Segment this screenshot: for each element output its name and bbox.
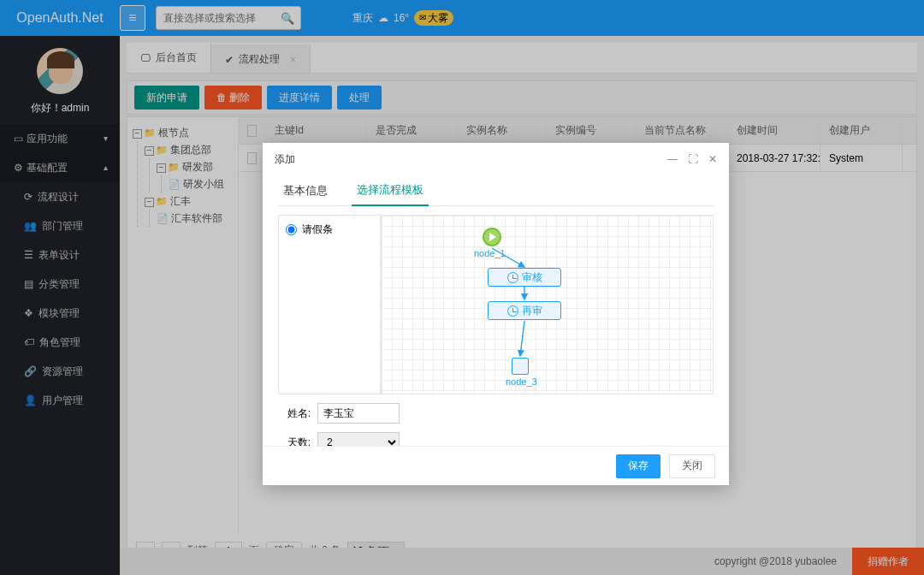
days-select[interactable]: 2 xyxy=(317,432,400,446)
template-option[interactable]: 请假条 xyxy=(286,223,333,235)
modal-tabs: 基本信息 选择流程模板 xyxy=(278,175,714,206)
maximize-icon[interactable]: ⛶ xyxy=(688,153,698,165)
flow-node-end[interactable] xyxy=(512,358,529,375)
minimize-icon[interactable]: — xyxy=(667,153,678,165)
form-row-days: 天数: 2 xyxy=(278,432,714,446)
gear-icon xyxy=(507,305,518,317)
save-button[interactable]: 保存 xyxy=(616,454,660,478)
template-tree: 请假条 xyxy=(278,215,381,394)
gear-icon xyxy=(507,272,518,283)
flow-canvas[interactable]: node_1 审核 再审 node_3 xyxy=(381,215,714,394)
tab-select-template[interactable]: 选择流程模板 xyxy=(352,175,429,206)
flow-node-review[interactable]: 审核 xyxy=(488,268,561,287)
tab-basic-info[interactable]: 基本信息 xyxy=(278,175,333,205)
flow-node-start[interactable] xyxy=(483,228,501,246)
modal-header: 添加 — ⛶ ✕ xyxy=(263,143,729,175)
flow-node-reaudit[interactable]: 再审 xyxy=(488,301,561,320)
name-input[interactable] xyxy=(317,403,400,424)
node-label: node_3 xyxy=(506,376,537,387)
form-row-name: 姓名: xyxy=(278,403,714,424)
modal-footer: 保存 关闭 xyxy=(263,446,729,485)
close-button[interactable]: 关闭 xyxy=(669,454,715,478)
svg-line-2 xyxy=(520,321,524,356)
modal: 添加 — ⛶ ✕ 基本信息 选择流程模板 请假条 node_ xyxy=(263,143,729,485)
close-icon[interactable]: ✕ xyxy=(708,153,717,165)
node-label: node_1 xyxy=(474,248,506,258)
modal-title: 添加 xyxy=(275,152,295,167)
